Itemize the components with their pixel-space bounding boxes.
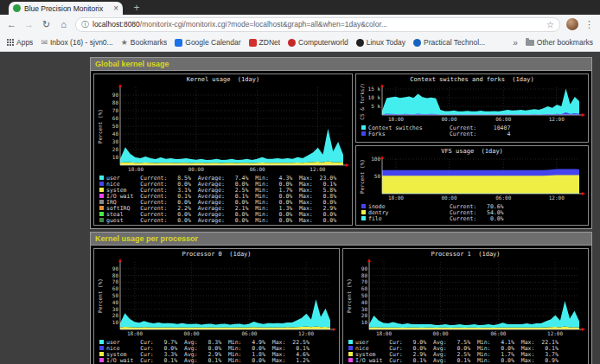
bookmark-star-icon[interactable]: ☆: [546, 20, 554, 29]
forward-icon[interactable]: →: [23, 19, 35, 29]
svg-text:60: 60: [112, 115, 119, 121]
legend-row: guest Current: 0.0% Average: 0.0% Min: 0…: [99, 217, 352, 223]
computerworld-icon: [288, 39, 296, 47]
legend-swatch: [99, 346, 104, 350]
svg-text:06:00: 06:00: [490, 330, 506, 336]
bookmark-label: ZDNet: [259, 38, 281, 47]
svg-text:00:00: 00:00: [433, 330, 449, 336]
legend-swatch: [99, 182, 104, 186]
processor-1-graph[interactable]: Processor 1 (1day) Percent (%)1020304050…: [342, 248, 589, 364]
legend-row: I/O wait Cur: 0.1% Avg: 0.1% Min: 0.0% M…: [99, 357, 339, 363]
page-info-icon[interactable]: ⓘ: [81, 19, 89, 30]
tab-strip: Blue Precision Monitorix × +: [0, 0, 600, 15]
svg-text:Percent (%): Percent (%): [346, 278, 352, 313]
bookmark-computerworld[interactable]: Computerworld: [288, 38, 348, 47]
envelope-icon: ✉: [41, 38, 48, 47]
address-bar[interactable]: ⓘ localhost:8080/monitorix-cgi/monitorix…: [75, 17, 560, 32]
svg-text:00:00: 00:00: [441, 195, 456, 201]
chart-legend: user Cur: 9.7% Avg: 8.3% Min: 4.9% Max: …: [94, 338, 339, 363]
legend-swatch: [99, 176, 104, 180]
browser-tab[interactable]: Blue Precision Monitorix ×: [9, 2, 123, 15]
legend-swatch: [348, 340, 353, 344]
svg-text:40: 40: [361, 299, 368, 305]
svg-text:12:00: 12:00: [310, 166, 325, 172]
chart-legend: inode Current: 70.6%dentry Current: 54.0…: [356, 202, 588, 221]
svg-text:Percent (%): Percent (%): [97, 109, 103, 144]
legend-swatch: [99, 352, 104, 356]
bookmark-google-calendar[interactable]: Google Calendar: [175, 38, 240, 47]
legend-swatch: [99, 340, 104, 344]
vfs-usage-plot: Percent (%)5010018:0000:0006:0012:00: [356, 156, 588, 202]
kernel-usage-plot: Percent (%)10203040506070809018:0000:000…: [94, 84, 352, 174]
apps-shortcut[interactable]: Apps: [7, 38, 33, 47]
legend-swatch: [99, 206, 104, 210]
section-global-kernel-usage: Global kernel usage Kernel usage (1day) …: [90, 57, 592, 229]
zdnet-icon: [249, 39, 257, 47]
svg-text:90: 90: [112, 265, 119, 271]
chart-title: Processor 1 (1day): [343, 249, 588, 259]
chart-legend: Context switches Current: 10407Forks Cur…: [356, 124, 588, 137]
svg-text:06:00: 06:00: [495, 116, 511, 122]
svg-text:50: 50: [112, 292, 119, 298]
browser-toolbar: ← → ↻ ⌂ ⓘ localhost:8080/monitorix-cgi/m…: [0, 15, 600, 34]
svg-text:18:00: 18:00: [388, 195, 404, 201]
legend-swatch: [99, 200, 104, 204]
other-bookmarks[interactable]: Other bookmarks: [526, 38, 593, 47]
practical-tech-icon: [413, 39, 421, 47]
other-bookmarks-label: Other bookmarks: [537, 38, 593, 47]
svg-text:CS & forks/s: CS & forks/s: [359, 84, 365, 120]
svg-text:70: 70: [112, 107, 119, 113]
legend-row: Forks Current: 4: [361, 131, 588, 137]
svg-text:12:00: 12:00: [549, 195, 565, 201]
section-title: Global kernel usage: [91, 58, 591, 71]
svg-text:10: 10: [361, 319, 368, 325]
svg-text:00:00: 00:00: [441, 116, 456, 122]
svg-text:18:00: 18:00: [388, 116, 404, 122]
profile-avatar[interactable]: [566, 18, 578, 30]
legend-swatch: [361, 131, 366, 136]
url-text[interactable]: localhost:8080/monitorix-cgi/monitorix.c…: [93, 20, 543, 29]
star-icon: ★: [121, 38, 128, 47]
chart-title: Kernel usage (1day): [94, 74, 352, 84]
bookmark-label: Practical Technol...: [424, 38, 485, 47]
close-tab-icon[interactable]: ×: [113, 4, 118, 13]
browser-menu-icon[interactable]: ⋮: [584, 19, 594, 30]
svg-text:15 k: 15 k: [368, 86, 381, 92]
reload-icon[interactable]: ↻: [41, 19, 52, 30]
svg-text:50: 50: [374, 173, 381, 179]
page-content: Global kernel usage Kernel usage (1day) …: [0, 52, 600, 364]
svg-text:06:00: 06:00: [250, 166, 265, 172]
bookmarks-overflow-icon[interactable]: »: [513, 38, 518, 48]
back-icon[interactable]: ←: [6, 19, 17, 29]
bookmark-inbox[interactable]: ✉Inbox (16) - sjvn0...: [41, 38, 112, 47]
bookmark-label: Google Calendar: [185, 38, 240, 47]
vfs-usage-graph[interactable]: VFS usage (1day) Percent (%)5010018:0000…: [355, 145, 589, 226]
svg-text:80: 80: [112, 272, 119, 278]
svg-text:90: 90: [112, 92, 119, 98]
bookmark-bookmarks[interactable]: ★Bookmarks: [121, 38, 168, 47]
processor-0-graph[interactable]: Processor 0 (1day) Percent (%)1020304050…: [93, 248, 340, 364]
legend-swatch: [99, 212, 104, 216]
section-kernel-usage-per-processor: Kernel usage per processor Processor 0 (…: [90, 232, 592, 364]
legend-row: I/O wait Cur: 0.1% Avg: 0.1% Min: 0.0% M…: [348, 357, 588, 363]
context-switches-graph[interactable]: Context switches and forks (1day) CS & f…: [355, 73, 589, 143]
url-path: /monitorix-cgi/monitorix.cgi?mode=localh…: [140, 20, 387, 29]
svg-text:10: 10: [112, 154, 119, 160]
bookmark-label: Bookmarks: [131, 38, 168, 47]
url-host: localhost:8080: [93, 20, 140, 29]
svg-text:40: 40: [112, 131, 119, 137]
svg-text:00:00: 00:00: [184, 330, 200, 336]
home-icon[interactable]: ⌂: [58, 19, 69, 29]
svg-text:60: 60: [361, 285, 368, 291]
new-tab-button[interactable]: +: [130, 2, 144, 14]
svg-text:10: 10: [112, 319, 119, 325]
penguin-icon: [356, 39, 364, 47]
svg-text:5 k: 5 k: [371, 103, 380, 109]
svg-text:10 k: 10 k: [368, 94, 381, 100]
bookmark-zdnet[interactable]: ZDNet: [249, 38, 281, 47]
bookmark-linux-today[interactable]: Linux Today: [356, 38, 405, 47]
svg-text:Percent (%): Percent (%): [359, 159, 365, 194]
kernel-usage-graph[interactable]: Kernel usage (1day) Percent (%)102030405…: [93, 73, 353, 226]
svg-text:80: 80: [361, 272, 368, 278]
bookmark-practical-tech[interactable]: Practical Technol...: [413, 38, 485, 47]
